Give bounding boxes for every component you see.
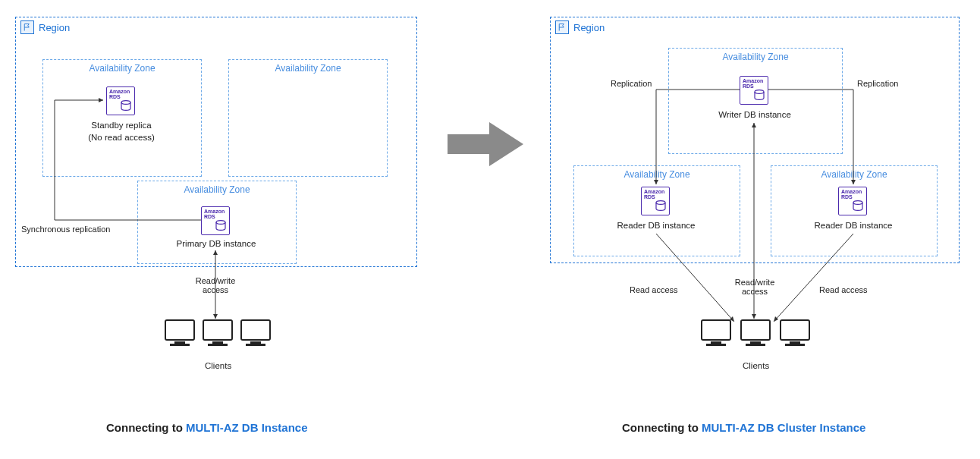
svg-rect-8 <box>241 320 270 340</box>
svg-rect-15 <box>750 341 761 344</box>
read-access-right-label: Read access <box>819 285 868 294</box>
readwrite-right-label: Read/write access <box>709 278 800 296</box>
left-clients: Clients <box>158 319 279 387</box>
monitor-icon <box>240 319 272 347</box>
left-region-header: Region <box>20 20 70 34</box>
az-label: Availability Zone <box>623 169 689 180</box>
svg-rect-22 <box>785 344 805 346</box>
svg-rect-14 <box>741 320 770 340</box>
svg-rect-21 <box>790 341 800 344</box>
monitor-icon <box>779 319 811 347</box>
read-access-left-label: Read access <box>630 285 678 294</box>
az-label: Availability Zone <box>275 63 341 74</box>
replication-left-label: Replication <box>611 79 652 88</box>
svg-rect-4 <box>208 344 228 346</box>
reader-right-label: Reader DB instance <box>804 220 903 232</box>
svg-rect-5 <box>165 320 194 340</box>
standby-label: Standby replica (No read access) <box>76 120 167 143</box>
right-caption: Connecting to MULTI-AZ DB Cluster Instan… <box>622 421 865 434</box>
svg-rect-9 <box>250 341 261 344</box>
svg-point-13 <box>853 201 862 205</box>
svg-rect-6 <box>174 341 185 344</box>
right-clients: Clients <box>694 319 819 387</box>
svg-rect-10 <box>246 344 265 346</box>
svg-point-1 <box>216 221 225 225</box>
sync-replication-label: Synchronous replication <box>21 225 110 234</box>
az-label: Availability Zone <box>722 52 788 62</box>
left-caption: Connecting to MULTI-AZ DB Instance <box>106 421 308 434</box>
svg-rect-7 <box>170 344 190 346</box>
svg-point-11 <box>755 90 764 94</box>
svg-rect-16 <box>746 344 765 346</box>
svg-rect-3 <box>212 341 223 344</box>
svg-point-0 <box>121 101 130 105</box>
primary-label: Primary DB instance <box>163 238 269 250</box>
left-az-empty: Availability Zone <box>228 59 388 177</box>
writer-label: Writer DB instance <box>709 109 800 121</box>
left-region-label: Region <box>39 22 70 33</box>
monitor-icon <box>740 319 771 347</box>
svg-point-12 <box>656 201 665 205</box>
transform-arrow-icon <box>444 118 527 174</box>
az-label: Availability Zone <box>184 184 250 195</box>
svg-rect-19 <box>706 344 726 346</box>
right-region-header: Region <box>555 20 605 34</box>
rds-icon: AmazonRDS <box>838 187 867 215</box>
region-flag-icon <box>20 20 34 34</box>
monitor-icon <box>164 319 196 347</box>
readwrite-label: Read/write access <box>168 276 262 294</box>
clients-label: Clients <box>743 361 769 370</box>
monitor-icon <box>700 319 732 347</box>
monitor-icon <box>202 319 234 347</box>
svg-rect-18 <box>711 341 721 344</box>
reader-left-label: Reader DB instance <box>607 220 705 232</box>
az-label: Availability Zone <box>89 63 155 74</box>
region-flag-icon <box>555 20 569 34</box>
svg-rect-20 <box>781 320 809 340</box>
rds-icon: AmazonRDS <box>106 86 135 115</box>
svg-rect-17 <box>702 320 730 340</box>
clients-label: Clients <box>205 361 231 370</box>
right-region-label: Region <box>573 22 605 33</box>
rds-icon: AmazonRDS <box>641 187 670 215</box>
replication-right-label: Replication <box>857 79 898 88</box>
rds-icon: AmazonRDS <box>201 206 230 235</box>
rds-icon: AmazonRDS <box>740 76 768 105</box>
left-az-standby: Availability Zone <box>42 59 202 177</box>
az-label: Availability Zone <box>821 169 887 180</box>
svg-rect-2 <box>203 320 232 340</box>
